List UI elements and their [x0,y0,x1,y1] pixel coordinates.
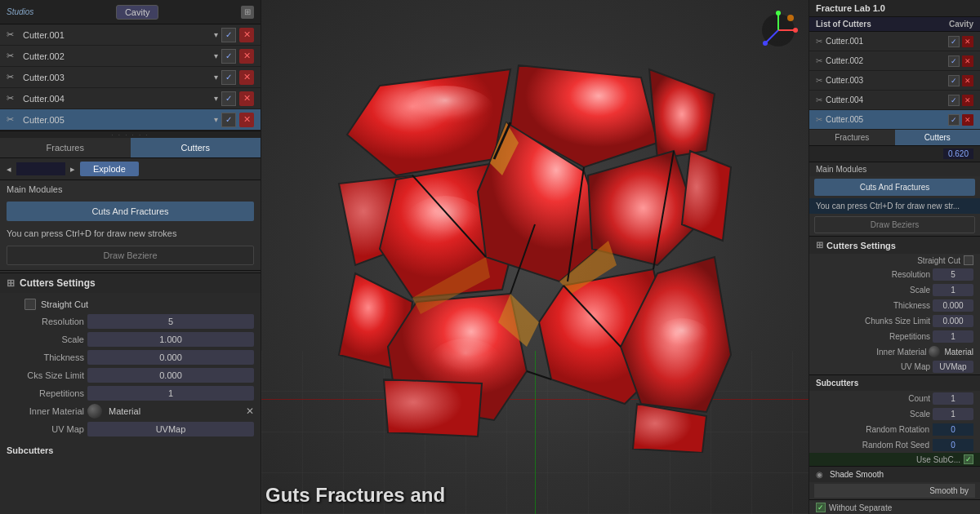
r-cutter-row-1[interactable]: ✂ Cutter.001 ✓ ✕ [809,32,980,51]
cutter-name-4: Cutter.004 [23,94,214,104]
r-cutter-row-3[interactable]: ✂ Cutter.003 ✓ ✕ [809,71,980,91]
r-repetitions-value[interactable]: 1 [933,330,973,343]
svg-point-12 [429,339,502,388]
cutter-row-3[interactable]: ✂ Cutter.003 ▾ ✓ ✕ [0,67,261,88]
cutter-row-2[interactable]: ✂ Cutter.002 ▾ ✓ ✕ [0,46,261,67]
viewport-background: Guts Fractures and [261,0,808,514]
r-resolution-value[interactable]: 5 [933,268,973,281]
cutter-x-2[interactable]: ✕ [239,49,254,64]
cutter-x-3[interactable]: ✕ [239,70,254,85]
resolution-value[interactable]: 5 [87,314,254,329]
resize-handle[interactable]: · · · · · · [0,131,261,138]
tab-fractures[interactable]: Fractures [0,138,131,157]
cutter-name-5: Cutter.005 [23,115,214,125]
r-random-rot-seed-value[interactable]: 0 [933,439,973,451]
r-x-5[interactable]: ✕ [962,114,973,126]
center-viewport[interactable]: Guts Fractures and [261,0,808,514]
r-cutter-row-2[interactable]: ✂ Cutter.002 ✓ ✕ [809,51,980,71]
cutter-check-1[interactable]: ✓ [221,28,236,42]
r-x-1[interactable]: ✕ [962,36,973,47]
explode-button[interactable]: Explode [80,162,139,176]
r-check-5[interactable]: ✓ [948,114,960,126]
r-scale-value[interactable]: 1 [933,284,973,296]
straight-cut-row: Straight Cut [0,296,261,312]
info-text: You can press Ctrl+D for draw new stroke… [0,224,261,242]
straight-cut-checkbox[interactable] [24,299,36,310]
r-cutter-name-1: Cutter.001 [826,37,948,46]
straight-cut-label: Straight Cut [41,299,88,309]
r-x-3[interactable]: ✕ [962,75,973,86]
r-cutter-row-5[interactable]: ✂ Cutter.005 ✓ ✕ [809,110,980,130]
r-cutter-icon-4: ✂ [816,95,822,104]
cutter-row-4[interactable]: ✂ Cutter.004 ▾ ✓ ✕ [0,88,261,109]
resolution-row: Resolution 5 [0,312,261,330]
r-thickness-value[interactable]: 0.000 [933,299,973,312]
chunks-size-value[interactable]: 0.000 [87,368,254,383]
r-check-2[interactable]: ✓ [948,55,960,67]
svg-line-28 [527,371,551,379]
r-use-subc-checkbox[interactable]: ✓ [964,454,973,464]
cutter-arrow-5: ▾ [214,115,218,124]
cutter-check-2[interactable]: ✓ [221,49,236,64]
r-cutter-icon-5: ✂ [816,115,822,124]
repetitions-value[interactable]: 1 [87,386,254,401]
cutter-check-5[interactable]: ✓ [221,113,236,127]
r-random-rotation-value[interactable]: 0 [933,423,973,436]
cutter-x-5[interactable]: ✕ [239,113,254,127]
cavity-button[interactable]: Cavity [116,5,159,20]
main-modules-label: Main Modules [0,180,261,198]
cutter-icon-4: ✂ [7,93,18,104]
resolution-label: Resolution [7,317,84,326]
r-count-row: Count 1 [809,391,980,406]
cutter-row-5[interactable]: ✂ Cutter.005 ▾ ✓ ✕ [0,109,261,131]
svg-point-33 [776,11,781,16]
r-cutter-row-4[interactable]: ✂ Cutter.004 ✓ ✕ [809,91,980,110]
r-without-separate-check[interactable]: ✓ [816,503,826,512]
fracture-object [331,61,739,453]
left-panel: Studios Cavity ⊞ ✂ Cutter.001 ▾ ✓ ✕ ✂ Cu… [0,0,261,514]
r-check-1[interactable]: ✓ [948,36,960,47]
nav-arrow-right[interactable]: ▸ [70,164,75,175]
r-chunks-value[interactable]: 0.000 [933,315,973,327]
cutter-x-4[interactable]: ✕ [239,91,254,106]
nav-arrow-left[interactable]: ◂ [7,164,11,175]
scale-row: Scale 1.000 [0,330,261,348]
r-x-2[interactable]: ✕ [962,55,973,67]
r-check-3[interactable]: ✓ [948,75,960,86]
r-uv-map-value[interactable]: UVMap [933,361,973,373]
r-chunks-label: Chunks Size Limit [816,317,930,326]
r-tab-cutters[interactable]: Cutters [895,130,981,145]
cutter-row-1[interactable]: ✂ Cutter.001 ▾ ✓ ✕ [0,24,261,46]
uv-map-value[interactable]: UVMap [87,422,254,436]
r-explode-value[interactable]: 0.620 [943,148,973,159]
thickness-value[interactable]: 0.000 [87,350,254,365]
mode-icon[interactable]: ⊞ [241,6,254,19]
r-straight-cut-checkbox[interactable] [964,255,973,265]
cutter-check-3[interactable]: ✓ [221,70,236,85]
cuts-fractures-button[interactable]: Cuts And Fractures [7,202,254,221]
explode-value-field[interactable]: 0.620 [16,162,65,175]
r-check-4[interactable]: ✓ [948,95,960,106]
r-material-icon [929,346,940,357]
cutter-check-4[interactable]: ✓ [221,91,236,106]
material-close-button[interactable]: ✕ [246,405,254,417]
r-scale-s-value[interactable]: 1 [933,408,973,420]
draw-bezier-button[interactable]: Draw Beziere [7,246,254,265]
r-cutter-name-5: Cutter.005 [826,115,948,124]
r-cuts-fractures-button[interactable]: Cuts And Fractures [814,179,975,196]
scale-value[interactable]: 1.000 [87,332,254,347]
cutter-x-1[interactable]: ✕ [239,28,254,42]
inner-material-value: Material [109,406,140,416]
r-uv-map-label: UV Map [816,362,930,371]
r-x-4[interactable]: ✕ [962,95,973,106]
r-use-subc-row: Use SubC... ✓ [809,453,980,466]
repetitions-label: Repetitions [7,388,84,398]
r-tab-fractures[interactable]: Fractures [809,130,895,145]
r-smooth-by-button[interactable]: Smooth by [814,484,975,498]
right-cutter-list: ✂ Cutter.001 ✓ ✕ ✂ Cutter.002 ✓ ✕ ✂ Cutt… [809,32,980,130]
r-count-value[interactable]: 1 [933,392,973,405]
r-draw-bezier-button[interactable]: Draw Beziers [814,216,975,233]
svg-point-36 [787,15,794,21]
tab-cutters[interactable]: Cutters [131,138,261,157]
r-uv-map-row: UV Map UVMap [809,359,980,374]
